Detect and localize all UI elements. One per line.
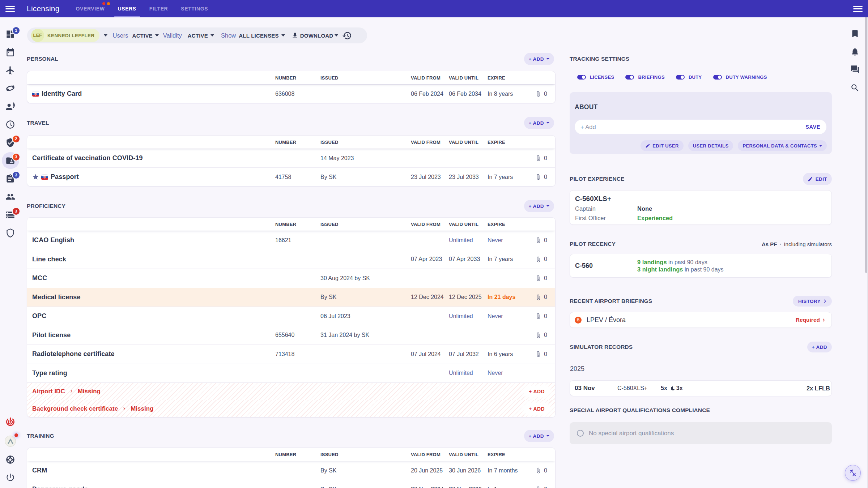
toggle-briefings[interactable]: BRIEFINGS	[625, 74, 664, 80]
user-chip[interactable]: LEF KENNEDI LEFFLER	[31, 29, 99, 42]
about-add-input[interactable]	[580, 124, 805, 130]
table-row[interactable]: Passport 41758 By SK 23 Jul 2023 23 Jul …	[27, 167, 555, 186]
sidebar-item-crew[interactable]	[5, 192, 15, 202]
chat-icon[interactable]	[850, 65, 860, 74]
aircraft-type: C-560	[570, 262, 637, 270]
add-missing-background-check-button[interactable]: + ADD	[523, 403, 550, 415]
sidebar-item-security[interactable]	[5, 228, 15, 238]
user-chip-name: KENNEDI LEFFLER	[47, 33, 95, 38]
table-row[interactable]: MCC30 Aug 2024 by SK0	[27, 269, 555, 288]
user-avatar[interactable]	[5, 436, 16, 447]
briefing-status[interactable]: Required	[796, 317, 827, 323]
missing-license-row[interactable]: Airport IDC Missing + ADD	[27, 382, 555, 400]
users-filter-select[interactable]: ACTIVE	[132, 33, 159, 39]
menu-icon[interactable]	[5, 4, 15, 13]
show-filter-select[interactable]: ALL LICENSES	[239, 33, 285, 39]
user-details-button[interactable]: USER DETAILS	[688, 140, 733, 151]
personal-data-contacts-button[interactable]: PERSONAL DATA & CONTACTS	[738, 140, 827, 151]
sidebar-item-routes[interactable]	[5, 84, 15, 93]
sidebar-item-calendar[interactable]	[5, 47, 15, 57]
page-scrollbar[interactable]	[865, 17, 868, 488]
user-chip-caret-icon[interactable]	[104, 34, 107, 37]
attachments-cell[interactable]: 0	[529, 174, 555, 180]
missing-license-row[interactable]: Background check certificate Missing + A…	[27, 400, 555, 417]
add-simulator-record-button[interactable]: + ADD	[807, 342, 832, 352]
search-icon[interactable]	[850, 83, 860, 93]
switch-on-icon[interactable]	[625, 75, 634, 80]
sidebar-item-compliance[interactable]: 2	[5, 138, 15, 147]
table-row[interactable]: ICAO English16621UnlimitedNever0	[27, 231, 555, 250]
star-icon	[32, 174, 39, 180]
tab-users[interactable]: USERS	[111, 0, 143, 17]
table-row[interactable]: CRMBy SK20 Jun 202530 Jun 2026In 7 month…	[27, 461, 555, 480]
table-row[interactable]: Radiotelephone certificate71341807 Jul 2…	[27, 344, 555, 364]
attachments-cell[interactable]: 0	[529, 155, 555, 162]
issued-cell: By SK	[320, 294, 411, 300]
table-row[interactable]: Identity Card 636008 06 Feb 2024 06 Feb …	[27, 84, 555, 103]
chevron-right-icon	[69, 389, 74, 394]
notifications-bell-icon[interactable]	[850, 47, 860, 56]
pilot-experience-card: C-560XLS+ Captain None First Officer Exp…	[570, 190, 832, 225]
sidebar-item-flights[interactable]	[5, 65, 15, 75]
edit-user-button[interactable]: EDIT USER	[641, 140, 684, 151]
save-button[interactable]: SAVE	[805, 124, 820, 130]
empty-circle-icon	[577, 430, 584, 437]
toggle-licenses[interactable]: LICENSES	[577, 74, 614, 80]
table-row[interactable]: Medical licenseBy SK12 Dec 202412 Dec 20…	[27, 288, 555, 307]
sidebar-item-tasks[interactable]: 3	[5, 174, 15, 184]
toggle-duty[interactable]: DUTY	[676, 74, 702, 80]
attachments-cell[interactable]: 0	[529, 91, 555, 97]
attachments-cell[interactable]: 0	[529, 467, 555, 474]
valid-until-cell: 06 Feb 2034	[449, 91, 488, 97]
license-name-cell: CRM	[27, 467, 275, 474]
attachments-cell[interactable]: 0	[529, 332, 555, 338]
history-button[interactable]: HISTORY	[793, 296, 832, 307]
simulator-record-row[interactable]: 03 Nov C-560XLS+ 5x 3x 2x LFLB	[570, 380, 832, 396]
add-training-button[interactable]: + ADD	[524, 430, 554, 442]
switch-on-icon[interactable]	[577, 75, 586, 80]
attachments-cell[interactable]: 0	[529, 275, 555, 282]
number-cell: 636008	[275, 91, 320, 97]
sidebar-item-history[interactable]	[5, 120, 15, 129]
add-proficiency-button[interactable]: + ADD	[524, 200, 554, 212]
valid-until-cell: Unlimited	[449, 237, 488, 244]
switch-on-icon[interactable]	[676, 75, 685, 80]
scrollbar-thumb[interactable]	[865, 17, 867, 273]
table-row[interactable]: Type ratingUnlimitedNever	[27, 364, 555, 383]
edit-experience-button[interactable]: EDIT	[803, 173, 832, 185]
tab-settings[interactable]: SETTINGS	[174, 0, 214, 17]
table-row[interactable]: OPC06 Jul 2023UnlimitedNever0	[27, 307, 555, 326]
attachments-cell[interactable]: 0	[529, 486, 555, 488]
bookmark-icon[interactable]	[850, 29, 860, 38]
table-row[interactable]: Dangerous goodsBy SK28 Nov 202428 Nov 20…	[27, 480, 555, 488]
toggle-duty-warnings[interactable]: DUTY WARNINGS	[713, 74, 767, 80]
users-filter-label: Users	[113, 32, 128, 39]
sidebar-item-announcements[interactable]	[5, 102, 15, 111]
table-row[interactable]: Pilot license65564031 Jan 2024 by SK0	[27, 326, 555, 345]
attachments-cell[interactable]: 0	[529, 256, 555, 262]
pilot-recency-header: PILOT RECENCY As PFIncluding simulators	[570, 240, 832, 248]
tab-filter[interactable]: FILTER	[143, 0, 175, 17]
table-row[interactable]: Line check07 Apr 202307 Apr 2033In 7 yea…	[27, 250, 555, 269]
attachments-cell[interactable]: 0	[529, 351, 555, 358]
attachments-cell[interactable]: 0	[529, 294, 555, 300]
download-button[interactable]: DOWNLOAD	[291, 32, 339, 39]
switch-on-icon[interactable]	[713, 75, 722, 80]
aircraft-swap-fab[interactable]	[845, 465, 861, 481]
sidebar-item-licensing[interactable]: 3	[5, 156, 15, 166]
add-personal-button[interactable]: + ADD	[524, 53, 554, 65]
attachments-cell[interactable]: 0	[529, 313, 555, 320]
table-row[interactable]: Certificate of vaccination COVID-19 14 M…	[27, 149, 555, 167]
sidebar-item-logout[interactable]	[5, 472, 15, 482]
attachments-cell[interactable]: 0	[529, 237, 555, 244]
validity-filter-select[interactable]: ACTIVE	[188, 33, 214, 39]
sidebar-item-records[interactable]: 3	[5, 210, 15, 220]
add-travel-button[interactable]: + ADD	[524, 117, 554, 129]
sidebar-item-dashboard[interactable]: 1	[5, 29, 15, 39]
history-restore-button[interactable]	[342, 31, 352, 40]
sidebar-item-support[interactable]	[5, 455, 15, 465]
add-missing-airport-idc-button[interactable]: + ADD	[523, 386, 550, 397]
airport-briefing-card[interactable]: B LPEV / Évora Required	[570, 312, 832, 328]
right-menu-icon[interactable]	[853, 4, 863, 13]
sidebar-item-emergency[interactable]	[5, 417, 15, 427]
